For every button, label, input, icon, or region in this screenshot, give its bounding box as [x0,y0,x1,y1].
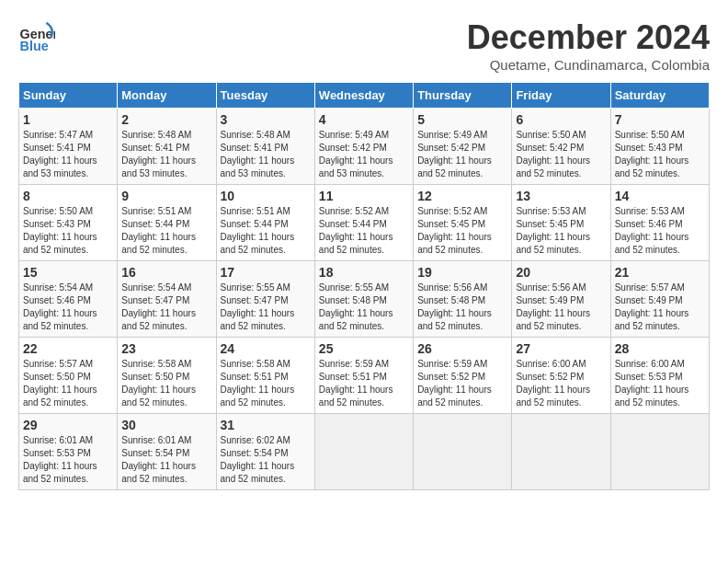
calendar-cell: 14Sunrise: 5:53 AM Sunset: 5:46 PM Dayli… [610,185,709,261]
calendar-cell: 26Sunrise: 5:59 AM Sunset: 5:52 PM Dayli… [414,338,512,414]
calendar-cell: 23Sunrise: 5:58 AM Sunset: 5:50 PM Dayli… [118,338,216,414]
day-info: Sunrise: 5:56 AM Sunset: 5:49 PM Dayligh… [516,282,606,333]
calendar-cell: 4Sunrise: 5:49 AM Sunset: 5:42 PM Daylig… [314,109,413,185]
location: Quetame, Cundinamarca, Colombia [467,57,710,73]
calendar-cell [314,414,413,490]
day-info: Sunrise: 5:52 AM Sunset: 5:44 PM Dayligh… [319,205,409,257]
day-info: Sunrise: 5:57 AM Sunset: 5:50 PM Dayligh… [23,358,113,409]
day-info: Sunrise: 6:01 AM Sunset: 5:53 PM Dayligh… [23,434,113,486]
day-info: Sunrise: 6:02 AM Sunset: 5:54 PM Dayligh… [221,434,311,486]
day-number: 23 [121,341,211,356]
day-number: 17 [221,265,311,280]
day-info: Sunrise: 5:55 AM Sunset: 5:47 PM Dayligh… [221,282,311,333]
day-number: 4 [319,112,409,127]
calendar-week-row: 8Sunrise: 5:50 AM Sunset: 5:43 PM Daylig… [19,185,710,261]
calendar-cell: 17Sunrise: 5:55 AM Sunset: 5:47 PM Dayli… [216,261,314,338]
calendar-week-row: 29Sunrise: 6:01 AM Sunset: 5:53 PM Dayli… [19,414,710,490]
day-number: 19 [417,265,507,280]
day-number: 2 [121,112,211,127]
day-info: Sunrise: 5:55 AM Sunset: 5:48 PM Dayligh… [319,282,409,333]
day-number: 18 [319,265,409,280]
calendar-cell: 20Sunrise: 5:56 AM Sunset: 5:49 PM Dayli… [512,261,610,338]
day-info: Sunrise: 5:48 AM Sunset: 5:41 PM Dayligh… [221,129,311,180]
day-info: Sunrise: 5:53 AM Sunset: 5:45 PM Dayligh… [516,205,606,257]
day-info: Sunrise: 5:59 AM Sunset: 5:52 PM Dayligh… [417,358,507,409]
day-of-week-header: Friday [512,83,610,109]
day-number: 27 [516,341,606,356]
day-number: 11 [319,189,409,203]
calendar-cell [512,414,610,490]
calendar-cell: 27Sunrise: 6:00 AM Sunset: 5:52 PM Dayli… [512,338,610,414]
day-info: Sunrise: 5:51 AM Sunset: 5:44 PM Dayligh… [121,205,211,257]
day-number: 15 [23,265,113,280]
calendar-cell: 13Sunrise: 5:53 AM Sunset: 5:45 PM Dayli… [512,185,610,261]
day-of-week-header: Saturday [610,83,709,109]
calendar-cell: 25Sunrise: 5:59 AM Sunset: 5:51 PM Dayli… [314,338,413,414]
day-info: Sunrise: 5:49 AM Sunset: 5:42 PM Dayligh… [417,129,507,180]
calendar-cell [610,414,709,490]
day-info: Sunrise: 5:51 AM Sunset: 5:44 PM Dayligh… [221,205,311,257]
day-info: Sunrise: 6:00 AM Sunset: 5:53 PM Dayligh… [615,358,705,409]
calendar-cell: 29Sunrise: 6:01 AM Sunset: 5:53 PM Dayli… [19,414,118,490]
day-number: 8 [23,189,113,203]
calendar-cell: 28Sunrise: 6:00 AM Sunset: 5:53 PM Dayli… [610,338,709,414]
calendar-cell: 22Sunrise: 5:57 AM Sunset: 5:50 PM Dayli… [19,338,118,414]
days-header-row: SundayMondayTuesdayWednesdayThursdayFrid… [19,83,710,109]
calendar-cell: 6Sunrise: 5:50 AM Sunset: 5:42 PM Daylig… [512,109,610,185]
day-number: 30 [121,418,211,432]
day-info: Sunrise: 5:50 AM Sunset: 5:42 PM Dayligh… [516,129,606,180]
day-info: Sunrise: 5:47 AM Sunset: 5:41 PM Dayligh… [23,129,113,180]
day-number: 29 [23,418,113,432]
logo-icon: General Blue [18,18,55,55]
day-number: 10 [221,189,311,203]
day-number: 9 [121,189,211,203]
calendar-cell: 3Sunrise: 5:48 AM Sunset: 5:41 PM Daylig… [216,109,314,185]
calendar-week-row: 22Sunrise: 5:57 AM Sunset: 5:50 PM Dayli… [19,338,710,414]
calendar-cell [414,414,512,490]
day-of-week-header: Thursday [414,83,512,109]
day-info: Sunrise: 5:53 AM Sunset: 5:46 PM Dayligh… [615,205,705,257]
day-number: 16 [121,265,211,280]
page-header: General Blue December 2024 Quetame, Cund… [18,18,710,73]
calendar-table: SundayMondayTuesdayWednesdayThursdayFrid… [18,82,710,490]
day-number: 5 [417,112,507,127]
day-number: 12 [417,189,507,203]
calendar-cell: 19Sunrise: 5:56 AM Sunset: 5:48 PM Dayli… [414,261,512,338]
day-info: Sunrise: 5:57 AM Sunset: 5:49 PM Dayligh… [615,282,705,333]
day-info: Sunrise: 5:49 AM Sunset: 5:42 PM Dayligh… [319,129,409,180]
day-info: Sunrise: 5:56 AM Sunset: 5:48 PM Dayligh… [417,282,507,333]
day-info: Sunrise: 5:54 AM Sunset: 5:47 PM Dayligh… [121,282,211,333]
day-of-week-header: Sunday [19,83,118,109]
calendar-cell: 31Sunrise: 6:02 AM Sunset: 5:54 PM Dayli… [216,414,314,490]
month-title: December 2024 [467,18,710,57]
calendar-cell: 24Sunrise: 5:58 AM Sunset: 5:51 PM Dayli… [216,338,314,414]
calendar-cell: 1Sunrise: 5:47 AM Sunset: 5:41 PM Daylig… [19,109,118,185]
day-of-week-header: Tuesday [216,83,314,109]
day-info: Sunrise: 5:50 AM Sunset: 5:43 PM Dayligh… [23,205,113,257]
day-number: 14 [615,189,705,203]
day-info: Sunrise: 5:52 AM Sunset: 5:45 PM Dayligh… [417,205,507,257]
day-number: 1 [23,112,113,127]
day-number: 20 [516,265,606,280]
day-number: 21 [615,265,705,280]
day-number: 22 [23,341,113,356]
day-number: 24 [221,341,311,356]
day-of-week-header: Wednesday [314,83,413,109]
calendar-week-row: 1Sunrise: 5:47 AM Sunset: 5:41 PM Daylig… [19,109,710,185]
day-number: 26 [417,341,507,356]
title-block: December 2024 Quetame, Cundinamarca, Col… [467,18,710,73]
svg-text:Blue: Blue [20,39,49,53]
calendar-cell: 30Sunrise: 6:01 AM Sunset: 5:54 PM Dayli… [118,414,216,490]
calendar-week-row: 15Sunrise: 5:54 AM Sunset: 5:46 PM Dayli… [19,261,710,338]
calendar-cell: 9Sunrise: 5:51 AM Sunset: 5:44 PM Daylig… [118,185,216,261]
day-info: Sunrise: 5:50 AM Sunset: 5:43 PM Dayligh… [615,129,705,180]
day-info: Sunrise: 5:59 AM Sunset: 5:51 PM Dayligh… [319,358,409,409]
logo: General Blue [18,18,61,55]
day-of-week-header: Monday [118,83,216,109]
day-info: Sunrise: 6:00 AM Sunset: 5:52 PM Dayligh… [516,358,606,409]
calendar-cell: 21Sunrise: 5:57 AM Sunset: 5:49 PM Dayli… [610,261,709,338]
calendar-cell: 10Sunrise: 5:51 AM Sunset: 5:44 PM Dayli… [216,185,314,261]
calendar-cell: 12Sunrise: 5:52 AM Sunset: 5:45 PM Dayli… [414,185,512,261]
day-number: 7 [615,112,705,127]
day-number: 6 [516,112,606,127]
